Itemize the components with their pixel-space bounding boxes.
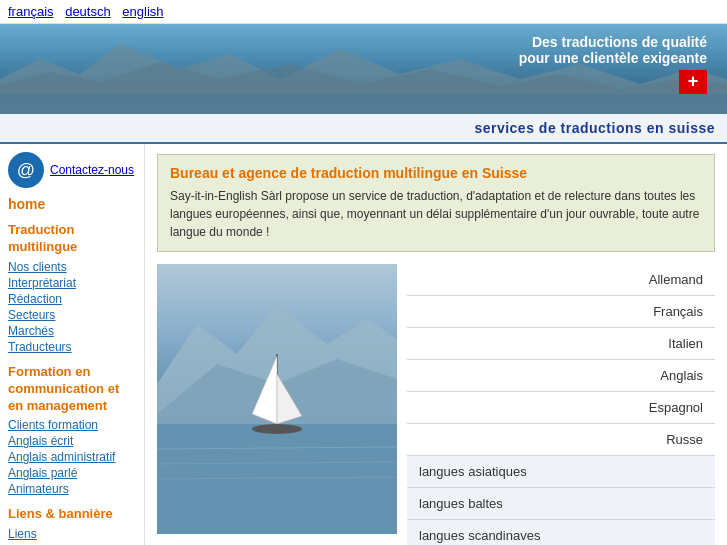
sidebar-section-traduction: Traduction multilingue [8,222,136,256]
sidebar-link-liens[interactable]: Liens [8,527,136,541]
lang-group-scandinaves[interactable]: langues scandinaves [407,520,715,545]
tagline-line1: Des traductions de qualité [519,34,707,50]
sidebar-section-liens: Liens & bannière [8,506,136,523]
home-link[interactable]: home [8,196,136,212]
contact-link[interactable]: Contactez-nous [50,163,134,177]
lang-item-russe[interactable]: Russe [407,424,715,456]
contact-box: @ Contactez-nous [8,152,136,188]
language-bar: français deutsch english [0,0,727,24]
tagline-bar: services de traductions en suisse [0,114,727,144]
svg-rect-2 [0,94,727,114]
sidebar-link-anglais-parle[interactable]: Anglais parlé [8,466,136,480]
hero-banner: Des traductions de qualité pour une clie… [0,24,727,114]
svg-rect-5 [157,424,397,534]
info-box-title: Bureau et agence de traduction multiling… [170,165,702,181]
content-area: Bureau et agence de traduction multiling… [145,144,727,545]
sidebar-link-clients-formation[interactable]: Clients formation [8,418,136,432]
email-icon: @ [8,152,44,188]
sidebar-link-traducteurs[interactable]: Traducteurs [8,340,136,354]
lower-content: Allemand Français Italien Anglais Espagn… [157,264,715,545]
tagline-text: services de traductions en suisse [474,120,715,136]
lang-item-italien[interactable]: Italien [407,328,715,360]
main-layout: @ Contactez-nous home Traduction multili… [0,144,727,545]
sidebar-link-secteurs[interactable]: Secteurs [8,308,136,322]
sidebar: @ Contactez-nous home Traduction multili… [0,144,145,545]
hero-tagline: Des traductions de qualité pour une clie… [519,34,707,94]
lang-group-baltes[interactable]: langues baltes [407,488,715,520]
lang-francais[interactable]: français [8,4,54,19]
sidebar-link-anglais-ecrit[interactable]: Anglais écrit [8,434,136,448]
lang-deutsch[interactable]: deutsch [65,4,111,19]
sidebar-link-marches[interactable]: Marchés [8,324,136,338]
lang-item-anglais[interactable]: Anglais [407,360,715,392]
lang-english[interactable]: english [122,4,163,19]
language-list: Allemand Français Italien Anglais Espagn… [397,264,715,545]
tagline-line2: pour une clientèle exigeante [519,50,707,66]
lang-item-espagnol[interactable]: Espagnol [407,392,715,424]
lake-image [157,264,397,534]
sidebar-link-animateurs[interactable]: Animateurs [8,482,136,496]
sidebar-link-interpretat[interactable]: Interprétariat [8,276,136,290]
info-box: Bureau et agence de traduction multiling… [157,154,715,252]
lang-group-asiatiques[interactable]: langues asiatiques [407,456,715,488]
svg-point-9 [252,424,302,434]
sidebar-link-anglais-admin[interactable]: Anglais administratif [8,450,136,464]
lang-item-francais[interactable]: Français [407,296,715,328]
sidebar-link-nos-clients[interactable]: Nos clients [8,260,136,274]
sidebar-section-formation: Formation en communication et en managem… [8,364,136,415]
info-box-body: Say-it-in-English Sàrl propose un servic… [170,187,702,241]
lang-item-allemand[interactable]: Allemand [407,264,715,296]
swiss-flag-icon [679,70,707,94]
sidebar-link-redaction[interactable]: Rédaction [8,292,136,306]
